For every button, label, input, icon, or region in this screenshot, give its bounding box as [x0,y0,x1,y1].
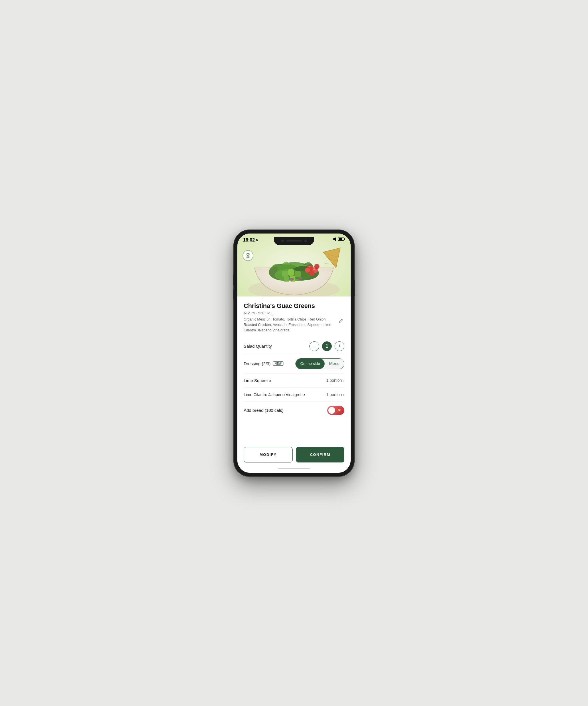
vinaigrette-portion-value: 1 portion [326,392,342,397]
dressing-row: Dressing (2/3) NEW On the side Mixed [244,354,344,374]
volume-up-button[interactable] [233,274,234,285]
close-button[interactable] [243,250,253,261]
quantity-value: 1 [322,342,332,351]
battery-body [338,238,344,241]
battery-fill [339,238,342,240]
edit-button[interactable] [337,317,344,324]
dressing-label: Dressing (2/3) [244,361,270,366]
vinaigrette-chevron-icon: › [343,392,344,397]
status-time: 18:02 ➤ [243,238,258,243]
svg-rect-9 [295,271,301,277]
notch-camera [281,239,284,242]
power-button[interactable] [354,280,355,296]
svg-point-15 [305,268,310,273]
decrease-button[interactable]: − [309,342,319,351]
bread-toggle-knob [328,407,335,414]
bread-label: Add bread (100 cals) [244,408,284,413]
battery-icon [338,238,345,241]
edit-icon [338,318,343,323]
description-row: Organic Mesclun, Tomato, Tortilla Chips,… [244,317,344,334]
notch-sensor [304,239,307,242]
wifi-bar-1 [333,238,334,240]
notch-speaker [286,240,302,241]
vinaigrette-label: Lime Cilantro Jalapeno Vinaigrette [244,392,305,397]
close-icon [246,253,250,258]
dressing-toggle[interactable]: On the side Mixed [295,358,344,369]
wifi-bar-2 [334,238,335,240]
svg-rect-10 [284,276,289,282]
svg-rect-8 [288,269,294,276]
mixed-option[interactable]: Mixed [325,359,344,369]
increase-button[interactable]: + [335,342,344,351]
item-title: Christina's Guac Greens [244,302,344,310]
home-bar [278,468,310,469]
phone-screen: 18:02 ➤ [237,234,351,473]
svg-point-18 [313,268,315,270]
lime-squeeze-label: Lime Squeeze [244,378,271,383]
svg-rect-7 [282,271,288,276]
decrease-icon: − [313,343,316,349]
quantity-label: Salad Quantity [244,344,272,349]
lime-squeeze-row[interactable]: Lime Squeeze 1 portion › [244,374,344,388]
svg-point-24 [289,278,294,281]
battery-tip [344,238,345,240]
quantity-row: Salad Quantity − 1 + [244,339,344,354]
svg-point-16 [314,264,320,269]
lime-squeeze-portion[interactable]: 1 portion › [326,378,344,383]
lime-squeeze-chevron-icon: › [343,378,344,383]
dressing-label-wrap: Dressing (2/3) NEW [244,361,284,366]
phone-wrapper: 18:02 ➤ [234,230,354,476]
wifi-icon [333,238,336,241]
item-description: Organic Mesclun, Tomato, Tortilla Chips,… [244,317,335,334]
location-icon: ➤ [256,238,258,242]
new-badge: NEW [273,361,284,366]
lime-squeeze-portion-value: 1 portion [326,378,342,383]
on-the-side-option[interactable]: On the side [296,359,325,369]
add-bread-row: Add bread (100 cals) ✕ [244,402,344,419]
bread-toggle[interactable]: ✕ [327,406,344,415]
modify-button[interactable]: MODIFY [244,447,293,463]
home-indicator [237,465,351,473]
svg-line-29 [341,319,342,320]
item-price-cal: $12.75 · 530 CAL [244,311,344,315]
svg-point-25 [298,277,302,279]
status-icons [333,238,345,241]
volume-down-button[interactable] [233,289,234,300]
notch [274,237,314,245]
on-the-side-label: On the side [300,361,320,366]
bottom-buttons: MODIFY CONFIRM [237,442,351,465]
mixed-label: Mixed [329,361,339,366]
vinaigrette-row[interactable]: Lime Cilantro Jalapeno Vinaigrette 1 por… [244,388,344,402]
increase-icon: + [338,343,341,349]
confirm-button[interactable]: CONFIRM [296,447,344,463]
content-area[interactable]: Christina's Guac Greens $12.75 · 530 CAL… [237,297,351,442]
quantity-controls: − 1 + [309,342,344,351]
vinaigrette-portion[interactable]: 1 portion › [326,392,344,397]
bread-x-icon: ✕ [338,408,341,413]
time-label: 18:02 [243,238,255,243]
wifi-bar-3 [335,238,336,241]
